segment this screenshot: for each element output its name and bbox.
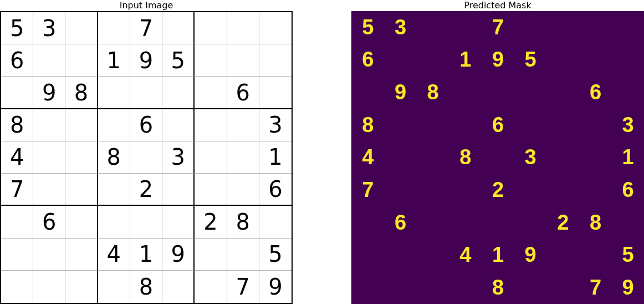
sudoku-cell: 6 [1, 44, 33, 77]
sudoku-cell [1, 77, 33, 109]
mask-digit-value: 7 [590, 276, 601, 300]
sudoku-cell [162, 12, 195, 44]
sudoku-cell: 8 [130, 271, 162, 303]
sudoku-cell [65, 271, 98, 303]
mask-digit: 2 [482, 174, 514, 206]
mask-digit-value: 5 [622, 243, 633, 267]
sudoku-cell [195, 12, 227, 44]
sudoku-cell-value: 7 [236, 276, 249, 298]
mask-digit-value: 8 [590, 211, 601, 235]
sudoku-cell [33, 141, 65, 174]
sudoku-cell [162, 109, 195, 141]
input-image-title: Input Image [0, 0, 293, 11]
mask-digit: 9 [384, 76, 417, 109]
input-image-plot: 537619598686348317266284195879 [0, 11, 293, 304]
mask-digit-value: 9 [525, 243, 536, 267]
mask-digit-value: 9 [622, 276, 633, 300]
sudoku-cell [65, 12, 98, 44]
mask-digit-value: 8 [492, 276, 503, 300]
mask-digit-value: 9 [492, 48, 503, 72]
sudoku-cell [33, 44, 65, 77]
sudoku-cell [33, 174, 65, 206]
mask-digit: 8 [449, 141, 482, 174]
mask-digit-value: 6 [492, 113, 503, 137]
sudoku-cell: 6 [33, 206, 65, 238]
mask-digit: 6 [351, 44, 384, 77]
mask-digit: 6 [611, 174, 644, 206]
sudoku-cell: 3 [33, 12, 65, 44]
mask-digit: 3 [611, 109, 644, 141]
sudoku-cell-value: 7 [139, 17, 153, 39]
sudoku-cell: 5 [162, 44, 195, 77]
mask-digit-value: 7 [362, 178, 373, 202]
predicted-mask-panel: Predicted Mask 5376195986863483172662841… [351, 0, 644, 11]
sudoku-cell: 5 [259, 239, 292, 271]
sudoku-cell [130, 77, 162, 109]
sudoku-cell: 3 [162, 141, 195, 174]
sudoku-cell-value: 1 [139, 243, 153, 265]
mask-digit: 1 [482, 239, 514, 272]
input-image-panel: Input Image 5376195986863483172662841958… [0, 0, 293, 11]
sudoku-cell-value: 3 [42, 17, 56, 39]
sudoku-cell [98, 174, 130, 206]
sudoku-cell [227, 44, 259, 77]
mask-digit-value: 3 [622, 113, 633, 137]
sudoku-cell-value: 8 [139, 276, 153, 298]
sudoku-cell-value: 5 [171, 49, 185, 72]
sudoku-cell: 1 [259, 141, 292, 174]
sudoku-cell: 2 [195, 206, 227, 238]
sudoku-cell: 6 [130, 109, 162, 141]
sudoku-cell-value: 4 [107, 243, 121, 265]
sudoku-cell-value: 5 [10, 17, 24, 39]
sudoku-cell: 4 [1, 141, 33, 174]
sudoku-cell-value: 8 [236, 211, 249, 233]
sudoku-cell [65, 206, 98, 238]
predicted-mask-plot: 537619598686348317266284195879 [351, 11, 644, 304]
sudoku-cell: 7 [1, 174, 33, 206]
sudoku-cell-value: 3 [268, 114, 282, 136]
sudoku-cell: 8 [98, 141, 130, 174]
mask-digit: 1 [449, 44, 482, 77]
sudoku-cell [227, 109, 259, 141]
sudoku-cell: 5 [1, 12, 33, 44]
sudoku-cell [195, 239, 227, 271]
mask-digit-value: 1 [622, 145, 633, 169]
sudoku-cell [195, 141, 227, 174]
mask-digit-value: 6 [362, 48, 373, 72]
predicted-mask-title: Predicted Mask [351, 0, 644, 11]
mask-digit-value: 4 [362, 145, 373, 169]
mask-digit-value: 6 [590, 80, 601, 104]
sudoku-cell: 1 [130, 239, 162, 271]
mask-digit-value: 8 [427, 80, 438, 104]
mask-digit: 7 [482, 11, 514, 44]
mask-digit: 4 [351, 141, 384, 174]
sudoku-cell: 8 [65, 77, 98, 109]
sudoku-cell [227, 174, 259, 206]
mask-digit: 9 [514, 239, 546, 272]
mask-digit: 1 [611, 141, 644, 174]
sudoku-cell [195, 174, 227, 206]
sudoku-cell [33, 271, 65, 303]
mask-digit-value: 1 [492, 243, 503, 267]
mask-digit: 9 [482, 44, 514, 77]
mask-digit: 5 [514, 44, 546, 77]
mask-digit-value: 1 [459, 48, 471, 72]
sudoku-cell [98, 12, 130, 44]
sudoku-cell-value: 9 [42, 82, 56, 104]
mask-digit-value: 2 [492, 178, 503, 202]
sudoku-cell [195, 44, 227, 77]
sudoku-cell [1, 206, 33, 238]
sudoku-cell: 9 [130, 44, 162, 77]
sudoku-cell-value: 5 [268, 243, 282, 265]
sudoku-cell [130, 206, 162, 238]
sudoku-cell [65, 44, 98, 77]
mask-image: 537619598686348317266284195879 [351, 11, 644, 304]
sudoku-cell [98, 77, 130, 109]
sudoku-cell: 8 [227, 206, 259, 238]
mask-digit: 5 [351, 11, 384, 44]
mask-digit-value: 3 [395, 16, 406, 39]
sudoku-cell [195, 109, 227, 141]
mask-digit: 8 [482, 271, 514, 304]
mask-digit: 8 [351, 109, 384, 141]
sudoku-cell: 9 [259, 271, 292, 303]
